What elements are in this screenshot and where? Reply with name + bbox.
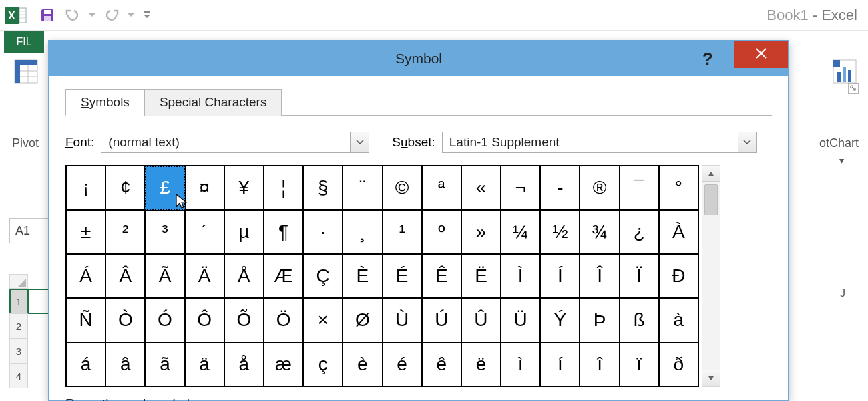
symbol-cell[interactable]: ä <box>185 342 224 386</box>
symbol-cell[interactable]: ° <box>659 166 698 210</box>
symbol-cell[interactable]: à <box>659 298 698 342</box>
symbol-cell[interactable]: Í <box>540 254 580 298</box>
symbol-cell[interactable]: ¤ <box>185 166 224 210</box>
symbol-cell[interactable]: Ñ <box>66 298 105 342</box>
symbol-cell[interactable]: Ë <box>461 254 501 298</box>
row-header-2[interactable]: 2 <box>9 313 28 339</box>
symbol-cell[interactable]: Ò <box>105 298 145 342</box>
symbol-cell[interactable]: È <box>343 254 382 298</box>
dialog-titlebar[interactable]: Symbol ? <box>49 41 788 76</box>
symbol-cell[interactable]: ¾ <box>580 210 619 254</box>
name-box[interactable]: A1 <box>9 218 49 243</box>
symbol-cell[interactable]: ¿ <box>620 210 659 254</box>
symbol-cell[interactable]: Á <box>66 254 105 298</box>
symbol-cell[interactable]: Ç <box>303 254 343 298</box>
symbol-cell[interactable]: ¡ <box>66 166 105 210</box>
symbol-cell[interactable]: ´ <box>185 210 224 254</box>
symbol-cell[interactable]: Ô <box>185 298 224 342</box>
symbol-cell[interactable]: í <box>540 342 580 386</box>
symbol-cell[interactable]: Ì <box>501 254 540 298</box>
row-header-1[interactable]: 1 <box>9 289 28 314</box>
dialog-launcher-icon[interactable] <box>848 83 859 94</box>
symbol-cell[interactable]: ¼ <box>501 210 540 254</box>
subset-combobox[interactable]: Latin-1 Supplement <box>442 132 757 153</box>
symbol-cell[interactable]: é <box>383 342 422 386</box>
row-header-3[interactable]: 3 <box>9 338 28 364</box>
symbol-cell[interactable]: × <box>303 298 343 342</box>
file-tab[interactable]: FIL <box>4 31 44 53</box>
scroll-up-icon[interactable] <box>702 166 720 182</box>
tab-symbols[interactable]: Symbols <box>65 89 145 116</box>
symbol-cell[interactable]: ¯ <box>620 166 659 210</box>
symbol-cell[interactable]: ² <box>105 210 145 254</box>
symbol-cell[interactable]: Â <box>105 254 145 298</box>
pivotchart-dropdown-icon[interactable]: ▾ <box>839 155 844 166</box>
undo-button[interactable] <box>61 4 84 27</box>
symbol-cell[interactable]: å <box>224 342 264 386</box>
symbol-cell[interactable]: Ã <box>145 254 184 298</box>
symbol-cell[interactable]: ß <box>620 298 659 342</box>
row-header-4[interactable]: 4 <box>9 363 28 388</box>
symbol-cell[interactable]: ± <box>66 210 105 254</box>
symbol-cell[interactable]: Ä <box>185 254 224 298</box>
scroll-down-icon[interactable] <box>702 370 720 386</box>
symbol-cell[interactable]: µ <box>224 210 264 254</box>
symbol-cell[interactable]: § <box>303 166 343 210</box>
symbol-cell[interactable]: Ö <box>264 298 303 342</box>
save-button[interactable] <box>36 4 59 27</box>
symbol-cell[interactable]: £ <box>145 166 184 210</box>
symbol-cell[interactable]: â <box>105 342 145 386</box>
symbol-cell[interactable]: ð <box>659 342 698 386</box>
symbol-cell[interactable]: Þ <box>580 298 619 342</box>
symbol-cell[interactable]: ì <box>501 342 540 386</box>
chevron-down-icon[interactable] <box>738 132 756 152</box>
symbol-cell[interactable]: ë <box>461 342 501 386</box>
symbol-cell[interactable]: ® <box>580 166 619 210</box>
symbol-cell[interactable]: ã <box>145 342 184 386</box>
symbol-cell[interactable]: ¸ <box>343 210 382 254</box>
symbol-cell[interactable]: » <box>461 210 501 254</box>
symbol-cell[interactable]: Ü <box>501 298 540 342</box>
symbol-cell[interactable]: Ê <box>422 254 461 298</box>
symbol-cell[interactable]: ¶ <box>264 210 303 254</box>
symbol-cell[interactable]: ³ <box>145 210 184 254</box>
chevron-down-icon[interactable] <box>350 132 369 152</box>
symbol-cell[interactable]: · <box>303 210 343 254</box>
symbol-cell[interactable]: Û <box>461 298 501 342</box>
scroll-track[interactable] <box>702 182 720 370</box>
symbol-cell[interactable]: è <box>343 342 382 386</box>
pivotchart-button[interactable] <box>831 57 859 86</box>
symbol-cell[interactable]: ª <box>422 166 461 210</box>
symbol-cell[interactable]: ê <box>422 342 461 386</box>
undo-dropdown[interactable] <box>87 4 97 27</box>
symbol-cell[interactable]: Õ <box>224 298 264 342</box>
symbol-cell[interactable]: ¹ <box>383 210 422 254</box>
help-button[interactable]: ? <box>688 45 728 72</box>
symbol-cell[interactable]: ç <box>303 342 343 386</box>
symbol-cell[interactable]: ï <box>620 342 659 386</box>
symbol-cell[interactable]: ¢ <box>105 166 145 210</box>
symbol-cell[interactable]: Ð <box>659 254 698 298</box>
symbol-cell[interactable]: Ý <box>540 298 580 342</box>
symbol-cell[interactable]: æ <box>264 342 303 386</box>
scroll-thumb[interactable] <box>704 184 718 215</box>
redo-dropdown[interactable] <box>126 4 136 27</box>
grid-scrollbar[interactable] <box>702 165 720 387</box>
select-all-triangle[interactable] <box>9 274 28 289</box>
tab-special-characters[interactable]: Special Characters <box>144 89 282 116</box>
symbol-cell[interactable]: © <box>383 166 422 210</box>
symbol-cell[interactable]: ­- <box>540 166 580 210</box>
symbol-cell[interactable]: « <box>461 166 501 210</box>
symbol-cell[interactable]: º <box>422 210 461 254</box>
symbol-cell[interactable]: ¨ <box>343 166 382 210</box>
symbol-cell[interactable]: Ù <box>383 298 422 342</box>
qat-customize-dropdown[interactable] <box>142 4 152 27</box>
symbol-cell[interactable]: ½ <box>540 210 580 254</box>
symbol-cell[interactable]: Æ <box>264 254 303 298</box>
symbol-cell[interactable]: ¬ <box>501 166 540 210</box>
symbol-cell[interactable]: Ó <box>145 298 184 342</box>
close-button[interactable] <box>734 41 788 68</box>
symbol-cell[interactable]: À <box>659 210 698 254</box>
symbol-cell[interactable]: ¥ <box>224 166 264 210</box>
symbol-cell[interactable]: Å <box>224 254 264 298</box>
